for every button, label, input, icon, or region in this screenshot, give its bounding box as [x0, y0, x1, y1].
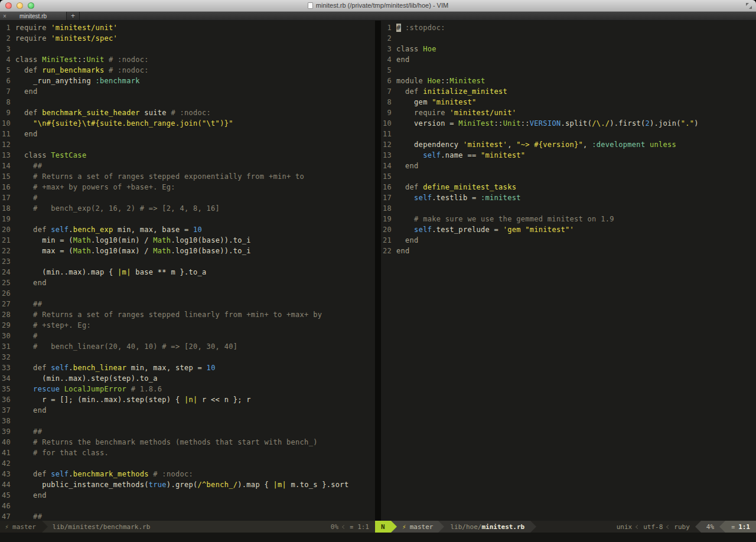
- code-line[interactable]: 8: [0, 97, 375, 107]
- token: [15, 172, 33, 181]
- code-line[interactable]: 24 (min..max).map { |m| base ** m }.to_a: [0, 267, 375, 277]
- code-line[interactable]: 42: [0, 458, 375, 469]
- code-line[interactable]: 39 ##: [0, 426, 375, 437]
- token: .log10(base)).to_i: [171, 247, 250, 255]
- code-line[interactable]: 8 gem "minitest": [381, 97, 756, 107]
- code-line[interactable]: 5: [381, 65, 756, 76]
- code-line[interactable]: 34 (min..max).step(step).to_a: [0, 373, 375, 384]
- code-line[interactable]: 6module Hoe::Minitest: [381, 76, 756, 86]
- code-line[interactable]: 15 # Returns a set of ranges stepped exp…: [0, 171, 375, 182]
- code-line[interactable]: 21 end: [381, 235, 756, 246]
- token: 'minitest/unit': [51, 24, 118, 32]
- code-line[interactable]: 4end: [381, 54, 756, 65]
- split-divider[interactable]: [375, 21, 381, 521]
- code-line[interactable]: 32: [0, 352, 375, 363]
- line-number: 12: [0, 139, 15, 150]
- code-line[interactable]: 38: [0, 416, 375, 426]
- code-line[interactable]: 16 # +max+ by powers of +base+. Eg:: [0, 182, 375, 192]
- token: ).map {: [237, 481, 273, 489]
- code-line[interactable]: 35 rescue LocalJumpError # 1.8.6: [0, 384, 375, 394]
- line-number: 1: [381, 22, 396, 33]
- code-line[interactable]: 36 r = []; (min..max).step(step) { |n| r…: [0, 394, 375, 405]
- new-tab-button[interactable]: +: [67, 12, 80, 20]
- code-line[interactable]: 44 public_instance_methods(true).grep(/^…: [0, 479, 375, 490]
- line-number: 5: [381, 65, 396, 76]
- code-line[interactable]: 20 self.test_prelude = 'gem "minitest"': [381, 224, 756, 235]
- code-line[interactable]: 15: [381, 171, 756, 182]
- code-line[interactable]: 18: [381, 203, 756, 214]
- code-line[interactable]: 45 end: [0, 490, 375, 501]
- minimize-button[interactable]: [17, 2, 23, 9]
- code-line[interactable]: 17 self.testlib = :minitest: [381, 192, 756, 203]
- token: :stopdoc:: [401, 24, 445, 32]
- code-line[interactable]: 14 ##: [0, 161, 375, 171]
- code-line[interactable]: 22end: [381, 246, 756, 256]
- code-line[interactable]: 1require 'minitest/unit': [0, 22, 375, 33]
- code-line[interactable]: 33 def self.bench_linear min, max, step …: [0, 363, 375, 373]
- code-line[interactable]: 27 ##: [0, 299, 375, 309]
- line-text: end: [396, 54, 410, 65]
- code-line[interactable]: 21 min = (Math.log10(min) / Math.log10(b…: [0, 235, 375, 246]
- code-line[interactable]: 13 self.name == "minitest": [381, 150, 756, 161]
- code-line[interactable]: 10 "\n#{suite}\t#{suite.bench_range.join…: [0, 118, 375, 129]
- token: Hoe: [428, 77, 441, 85]
- code-line[interactable]: 12: [0, 139, 375, 150]
- code-line[interactable]: 22 max = (Math.log10(max) / Math.log10(b…: [0, 246, 375, 256]
- code-line[interactable]: 14 end: [381, 161, 756, 171]
- code-line[interactable]: 17 #: [0, 192, 375, 203]
- code-line[interactable]: 47 ##: [0, 511, 375, 521]
- code-line[interactable]: 40 # Returns the benchmark methods (meth…: [0, 437, 375, 448]
- code-line[interactable]: 2require 'minitest/spec': [0, 33, 375, 44]
- code-line[interactable]: 9 def benchmark_suite_header suite # :no…: [0, 107, 375, 118]
- code-line[interactable]: 1# :stopdoc:: [381, 22, 756, 33]
- token: .: [69, 226, 73, 234]
- code-line[interactable]: 19: [0, 214, 375, 224]
- code-line[interactable]: 31 # bench_linear(20, 40, 10) # => [20, …: [0, 341, 375, 352]
- code-line[interactable]: 26: [0, 288, 375, 299]
- code-line[interactable]: 37 end: [0, 405, 375, 416]
- code-line[interactable]: 29 # +step+. Eg:: [0, 320, 375, 331]
- code-line[interactable]: 2: [381, 33, 756, 44]
- code-line[interactable]: 18 # bench_exp(2, 16, 2) # => [2, 4, 8, …: [0, 203, 375, 214]
- line-text: def self.bench_linear min, max, step = 1…: [15, 363, 216, 373]
- token: # make sure we use the gemmed minitest o…: [414, 215, 614, 223]
- code-line[interactable]: 7 def initialize_minitest: [381, 86, 756, 97]
- token: self: [414, 226, 432, 234]
- token: [396, 151, 423, 159]
- token: #: [33, 332, 38, 340]
- code-line[interactable]: 12 dependency 'minitest', "~> #{version}…: [381, 139, 756, 150]
- code-line[interactable]: 25 end: [0, 277, 375, 288]
- tab-close-icon[interactable]: ×: [3, 12, 6, 20]
- code-line[interactable]: 16 def define_minitest_tasks: [381, 182, 756, 192]
- code-line[interactable]: 43 def self.benchmark_methods # :nodoc:: [0, 469, 375, 479]
- code-line[interactable]: 4class MiniTest::Unit # :nodoc:: [0, 54, 375, 65]
- code-line[interactable]: 9 require 'minitest/unit': [381, 107, 756, 118]
- zoom-button[interactable]: [28, 2, 34, 9]
- code-line[interactable]: 30 #: [0, 331, 375, 341]
- token: [15, 342, 33, 351]
- code-line[interactable]: 19 # make sure we use the gemmed minites…: [381, 214, 756, 224]
- code-line[interactable]: 10 version = MiniTest::Unit::VERSION.spl…: [381, 118, 756, 129]
- code-line[interactable]: 3class Hoe: [381, 44, 756, 54]
- code-line[interactable]: 3: [0, 44, 375, 54]
- code-line[interactable]: 20 def self.bench_exp min, max, base = 1…: [0, 224, 375, 235]
- close-button[interactable]: [5, 2, 12, 9]
- code-line[interactable]: 46: [0, 501, 375, 511]
- line-text: ##: [15, 299, 42, 309]
- code-line[interactable]: 11: [381, 129, 756, 139]
- code-line[interactable]: 23: [0, 256, 375, 267]
- token: [15, 512, 33, 521]
- code-line[interactable]: 28 # Returns a set of ranges stepped lin…: [0, 309, 375, 320]
- line-number: 2: [381, 33, 396, 44]
- code-line[interactable]: 13 class TestCase: [0, 150, 375, 161]
- code-line[interactable]: 6 _run_anything :benchmark: [0, 76, 375, 86]
- token: public_instance_methods(: [15, 481, 149, 489]
- line-number: 6: [381, 76, 396, 86]
- code-line[interactable]: 5 def run_benchmarks # :nodoc:: [0, 65, 375, 76]
- code-line[interactable]: 41 # for that class.: [0, 448, 375, 458]
- code-line[interactable]: 7 end: [0, 86, 375, 97]
- code-line[interactable]: 11 end: [0, 129, 375, 139]
- tab-minitest[interactable]: × minitest.rb: [0, 12, 67, 20]
- line-number: 11: [381, 129, 396, 139]
- fullscreen-icon[interactable]: [746, 3, 752, 9]
